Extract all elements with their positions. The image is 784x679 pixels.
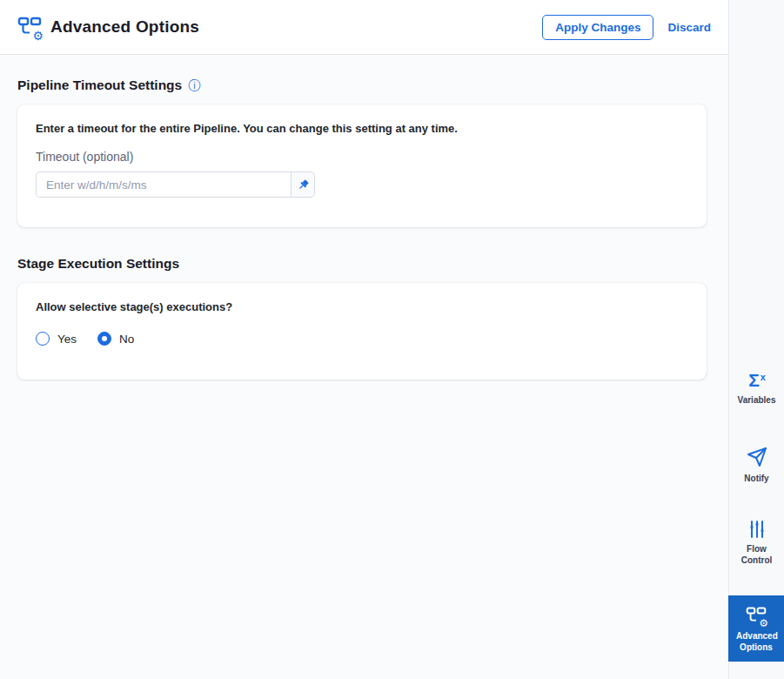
pin-icon [297, 178, 310, 192]
radio-option-no[interactable]: No [97, 332, 134, 346]
sidebar-item-label: Advanced Options [736, 631, 776, 653]
pipeline-timeout-heading: Pipeline Timeout Settings ⓘ [17, 77, 707, 93]
stage-execution-heading: Stage Execution Settings [17, 256, 707, 272]
sidebar-item-label: Notify [744, 474, 768, 485]
pipeline-gear-icon: ⚙ [746, 605, 767, 626]
info-icon[interactable]: ⓘ [188, 79, 200, 91]
timeout-description: Enter a timeout for the entire Pipeline.… [36, 122, 688, 135]
timeout-input[interactable] [36, 171, 291, 198]
right-sidebar: Σx Variables Notify Flow Control [728, 0, 784, 679]
gear-icon: ⚙ [32, 30, 44, 42]
timeout-input-group [36, 171, 315, 198]
panel-content: Pipeline Timeout Settings ⓘ Enter a time… [0, 55, 728, 679]
advanced-options-panel: ⚙ Advanced Options Apply Changes Discard… [0, 0, 784, 679]
paper-plane-icon [747, 447, 767, 467]
sidebar-item-label: Flow Control [737, 544, 777, 566]
sidebar-item-variables[interactable]: Σx Variables [729, 371, 784, 407]
pipeline-gear-icon: ⚙ [17, 15, 42, 39]
radio-no-circle[interactable] [97, 332, 111, 346]
sigma-x-icon: Σx [748, 371, 765, 389]
sidebar-item-advanced-options[interactable]: ⚙ Advanced Options [728, 595, 784, 662]
page-title: Advanced Options [50, 17, 199, 37]
discard-link[interactable]: Discard [667, 21, 711, 34]
header-actions: Apply Changes Discard [542, 15, 711, 40]
selective-stages-radio-group: Yes No [36, 332, 688, 346]
selective-stages-question: Allow selective stage(s) executions? [36, 300, 688, 313]
radio-option-yes[interactable]: Yes [36, 332, 77, 346]
stage-execution-card: Allow selective stage(s) executions? Yes… [17, 283, 707, 380]
main-area: ⚙ Advanced Options Apply Changes Discard… [0, 0, 728, 679]
radio-yes-label: Yes [57, 333, 77, 346]
apply-changes-button[interactable]: Apply Changes [542, 15, 653, 40]
timeout-field-label: Timeout (optional) [36, 150, 688, 164]
radio-no-label: No [119, 333, 134, 346]
pipeline-timeout-heading-text: Pipeline Timeout Settings [17, 77, 182, 93]
radio-yes-circle[interactable] [36, 332, 50, 346]
sidebar-item-notify[interactable]: Notify [729, 447, 784, 485]
pipeline-timeout-card: Enter a timeout for the entire Pipeline.… [17, 104, 707, 227]
sliders-icon [748, 521, 766, 538]
sidebar-item-label: Variables [738, 395, 776, 407]
panel-header: ⚙ Advanced Options Apply Changes Discard [0, 0, 728, 55]
sidebar-item-flow-control[interactable]: Flow Control [729, 521, 784, 566]
gear-icon: ⚙ [759, 618, 768, 629]
stage-execution-heading-text: Stage Execution Settings [17, 256, 179, 272]
pin-button[interactable] [291, 171, 315, 198]
